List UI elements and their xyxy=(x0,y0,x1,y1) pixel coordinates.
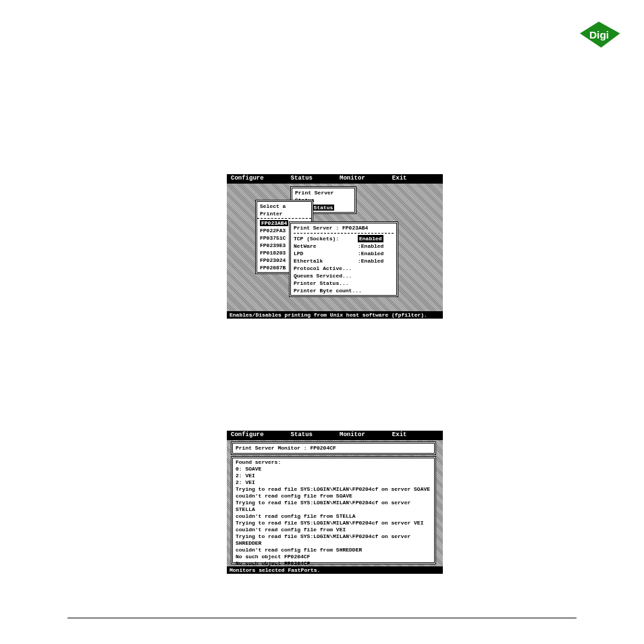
panel-title: Select a Printer xyxy=(257,202,311,219)
detail-row[interactable]: NetWare:Enabled xyxy=(294,242,394,250)
log-line: Trying to read file SYS:LOGIN\MILAN\FP02… xyxy=(236,520,431,527)
page-rule xyxy=(68,618,576,618)
menu-exit[interactable]: Exit xyxy=(392,431,434,438)
dropdown-item[interactable]: Status xyxy=(313,205,335,211)
monitor-title-panel: Print Server Monitor : FP0204CF xyxy=(231,441,436,455)
detail-row[interactable]: Printer Byte count... xyxy=(294,287,394,294)
log-line: Trying to read file SYS:LOGIN\MILAN\FP02… xyxy=(236,533,431,547)
log-line: couldn't read config file from STELLA xyxy=(236,513,431,520)
log-line: 0: SOAVE xyxy=(236,466,431,473)
log-line: couldn't read config file from VEI xyxy=(236,527,431,533)
detail-row[interactable]: Printer Status... xyxy=(294,279,394,287)
log-line: Trying to read file SYS:LOGIN\MILAN\FP02… xyxy=(236,486,431,493)
detail-row[interactable]: Queues Serviced... xyxy=(294,272,394,279)
menubar[interactable]: Configure Status Monitor Exit xyxy=(227,174,443,184)
menu-status[interactable]: Status xyxy=(291,175,340,182)
log-line: 2: VEI xyxy=(236,473,431,479)
digi-logo: Digi xyxy=(575,20,622,53)
menu-configure[interactable]: Configure xyxy=(231,175,291,182)
detail-row[interactable]: LPD:Enabled xyxy=(294,250,394,257)
log-line: Trying to read file SYS:LOGIN\MILAN\FP02… xyxy=(236,500,431,513)
menu-monitor[interactable]: Monitor xyxy=(340,431,392,438)
statusbar: Enables/Disables printing from Unix host… xyxy=(227,311,443,319)
menu-status[interactable]: Status xyxy=(291,431,340,438)
menubar[interactable]: Configure Status Monitor Exit xyxy=(227,431,443,440)
detail-row[interactable]: Ethertalk:Enabled xyxy=(294,257,394,265)
log-line: No such object FP0204CF xyxy=(236,554,431,560)
detail-row[interactable]: Protocol Active... xyxy=(294,265,394,272)
detail-row[interactable]: TCP (Sockets):Enabled xyxy=(294,235,394,242)
statusbar: Monitors selected FastPorts. xyxy=(227,566,443,574)
monitor-output-panel: Found servers: 0: SOAVE 2: VEI 2: VEI Tr… xyxy=(231,456,436,564)
detail-header: Print Server : FP023AB4 xyxy=(294,224,394,232)
svg-text:Digi: Digi xyxy=(589,29,609,41)
log-line: 2: VEI xyxy=(236,479,431,486)
terminal-status: Configure Status Monitor Exit Print Serv… xyxy=(227,174,443,319)
terminal-monitor: Configure Status Monitor Exit Print Serv… xyxy=(227,431,443,574)
monitor-title: Print Server Monitor : FP0204CF xyxy=(233,444,434,452)
printer-detail-panel: Print Server : FP023AB4 TCP (Sockets):En… xyxy=(289,221,398,297)
menu-exit[interactable]: Exit xyxy=(392,175,434,182)
log-line: couldn't read config file from SOAVE xyxy=(236,493,431,500)
menu-monitor[interactable]: Monitor xyxy=(340,175,392,182)
log-line: Found servers: xyxy=(236,459,431,466)
log-line: couldn't read config file from SHREDDER xyxy=(236,547,431,554)
menu-configure[interactable]: Configure xyxy=(231,431,291,438)
